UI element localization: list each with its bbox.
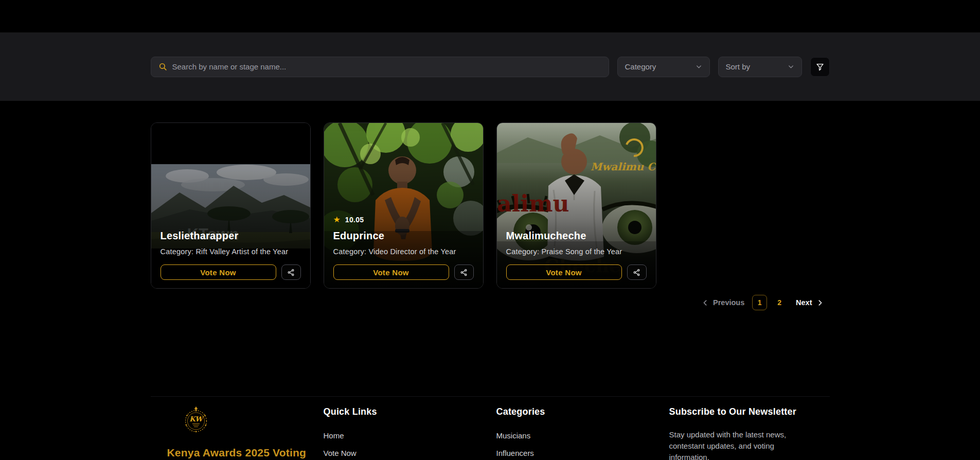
rating-row: ★ 10.05 bbox=[333, 216, 474, 224]
search-box[interactable] bbox=[151, 57, 609, 77]
empty-grid-cell bbox=[669, 122, 829, 289]
share-icon bbox=[633, 269, 640, 276]
star-icon: ★ bbox=[333, 216, 341, 224]
share-button[interactable] bbox=[627, 264, 647, 280]
contestant-card-eduprince: ★ 10.05 Eduprince Category: Video Direct… bbox=[324, 122, 484, 289]
logo-monogram: KW bbox=[189, 415, 204, 423]
search-input[interactable] bbox=[172, 62, 601, 71]
chevron-right-icon bbox=[816, 299, 824, 307]
rating-value: 10.05 bbox=[345, 216, 364, 224]
footer-brand-column: KW Kenya Awards 2025 Voting bbox=[151, 406, 311, 460]
contestant-name: Leslietharapper bbox=[161, 230, 301, 242]
filter-funnel-icon bbox=[816, 63, 824, 71]
contestant-category: Category: Rift Valley Artist of the Year bbox=[161, 247, 301, 256]
pagination: Previous 1 2 Next bbox=[151, 295, 830, 310]
categories-heading: Categories bbox=[496, 406, 656, 417]
contestant-card-leslietharapper: KTown Leslietharapper Category: Rift Val… bbox=[151, 122, 311, 289]
contestants-grid: KTown Leslietharapper Category: Rift Val… bbox=[151, 122, 830, 289]
pagination-page-1[interactable]: 1 bbox=[752, 295, 767, 310]
vote-now-button[interactable]: Vote Now bbox=[161, 264, 276, 280]
vote-now-button[interactable]: Vote Now bbox=[506, 264, 622, 280]
category-select[interactable]: Category bbox=[617, 57, 710, 77]
top-navigation-bar bbox=[0, 0, 980, 32]
newsletter-heading: Subscribe to Our Newsletter bbox=[669, 406, 829, 417]
contestant-card-mwalimucheche: alimu Mwalimu Ch Cheche Mwalimucheche Ca… bbox=[496, 122, 656, 289]
share-button[interactable] bbox=[281, 264, 301, 280]
footer-link-home[interactable]: Home bbox=[324, 431, 484, 440]
pagination-previous-label: Previous bbox=[713, 298, 744, 307]
chevron-down-icon bbox=[696, 63, 702, 70]
quick-links-heading: Quick Links bbox=[324, 406, 484, 417]
contestant-name: Eduprince bbox=[333, 230, 474, 242]
search-icon bbox=[158, 62, 167, 71]
footer-link-influencers[interactable]: Influencers bbox=[496, 449, 656, 457]
contestant-category: Category: Praise Song of the Year bbox=[506, 247, 647, 256]
contestant-name: Mwalimucheche bbox=[506, 230, 647, 242]
search-filter-band: Category Sort by bbox=[0, 32, 980, 101]
filter-button[interactable] bbox=[810, 57, 830, 77]
vote-now-button[interactable]: Vote Now bbox=[333, 264, 449, 280]
footer-quick-links-column: Quick Links Home Vote Now bbox=[324, 406, 484, 460]
footer-link-musicians[interactable]: Musicians bbox=[496, 431, 656, 440]
pagination-next-button[interactable]: Next bbox=[796, 298, 823, 307]
pagination-previous-button[interactable]: Previous bbox=[702, 298, 744, 307]
chevron-left-icon bbox=[702, 299, 709, 307]
footer-link-vote-now[interactable]: Vote Now bbox=[324, 449, 484, 457]
pagination-next-label: Next bbox=[796, 298, 812, 307]
share-button[interactable] bbox=[454, 264, 474, 280]
share-icon bbox=[287, 269, 295, 276]
share-icon bbox=[460, 269, 468, 276]
footer-newsletter-column: Subscribe to Our Newsletter Stay updated… bbox=[669, 406, 829, 460]
footer: KW Kenya Awards 2025 Voting Quick Links … bbox=[151, 396, 830, 460]
newsletter-description: Stay updated with the latest news, conte… bbox=[669, 429, 799, 460]
footer-brand-title: Kenya Awards 2025 Voting bbox=[167, 447, 311, 459]
sort-by-select[interactable]: Sort by bbox=[718, 57, 802, 77]
awards-logo: KW bbox=[184, 406, 311, 435]
chevron-down-icon bbox=[788, 63, 794, 70]
pagination-page-2[interactable]: 2 bbox=[775, 298, 784, 307]
footer-categories-column: Categories Musicians Influencers bbox=[496, 406, 656, 460]
category-select-label: Category bbox=[625, 62, 656, 71]
contestant-category: Category: Video Director of the Year bbox=[333, 247, 474, 256]
sort-by-select-label: Sort by bbox=[726, 62, 751, 71]
